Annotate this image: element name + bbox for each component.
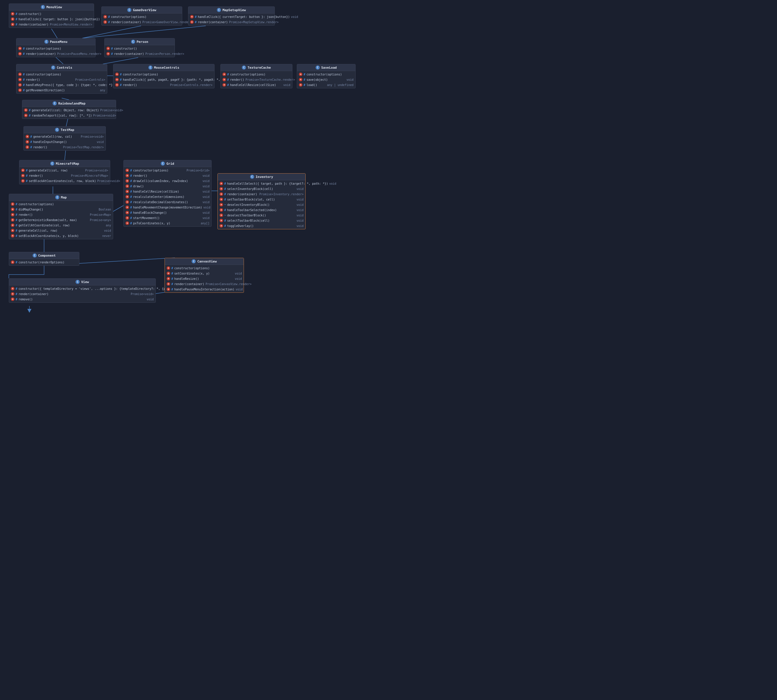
method-name: pxToCoordinates(x, y) [133,222,199,225]
svg-line-0 [52,29,57,38]
method-name: render(container) [26,52,56,55]
method-visibility: # [195,20,197,24]
method-row: m#save(object)void [297,77,355,82]
method-name: render(container) [111,20,141,24]
method-name: handleResize() [174,277,234,280]
class-name-menuview: MenuView [47,5,62,9]
method-return: Promise<void> [131,292,154,296]
class-name-minecraftmap: MinecraftMap [56,162,79,166]
method-name: render() [18,213,89,217]
method-visibility: # [15,292,17,296]
class-body-canvasview: m#constructor(options)m#setCoordinates(x… [165,265,244,292]
method-icon: m [18,47,22,50]
method-row: m#generateCell(col: Object, row: Object)… [22,107,116,113]
class-person: CPersonm#constructor()m#render(container… [104,38,175,57]
method-visibility: # [23,89,25,92]
svg-line-2 [82,26,206,38]
method-name: constructor(options) [230,73,290,76]
method-row: m#load()any | undefined [297,82,355,88]
method-row: m#constructor(options) [165,265,244,271]
method-return: void [202,217,209,220]
method-row: m#render()Promise<TextureCache.render> [221,77,292,82]
method-icon: m [25,135,29,138]
method-visibility: # [224,219,226,222]
method-name: save(object) [306,78,345,81]
method-return: void [296,203,304,207]
method-row: m~deselectToolbarBlock()void [218,213,305,218]
class-mousecontrols: CMouseControlsm#constructor(options)m#ha… [113,64,214,88]
method-icon: m [125,168,129,172]
method-icon: m [190,20,194,24]
method-visibility: # [15,234,17,238]
method-visibility: # [15,218,17,222]
method-name: selectToolbarBlock(cell) [227,219,295,222]
method-visibility: ~ [224,214,226,217]
method-return: void [236,288,243,291]
class-icon-component: C [33,253,37,258]
class-body-mapsetupview: m#handleClick({ currentTarget: button }:… [188,13,274,25]
class-icon-grid: C [161,162,165,166]
method-icon: m [115,83,119,87]
class-body-controls: m#constructor(options)m#render()Promise<… [17,71,107,93]
method-name: render(container) [198,20,228,24]
method-visibility: # [15,298,17,301]
method-name: didMapChange() [18,208,98,211]
class-icon-view: C [75,280,80,284]
class-name-view: View [81,280,89,284]
class-mapsetupview: CMapSetupViewm#handleClick({ currentTarg… [188,7,275,25]
method-row: m#constructor(options) [17,46,95,51]
method-name: render(container) [18,292,130,296]
method-icon: m [25,140,29,143]
method-name: constructor(options) [26,73,105,76]
class-body-inventory: m#handleCellSelect({ target, path }: {ta… [218,180,305,229]
method-return: void [202,185,209,188]
method-visibility: # [111,47,113,50]
method-return: void [104,229,111,232]
method-icon: m [115,73,119,76]
method-name: handlePauseMenuInteraction(action) [174,288,234,291]
method-icon: m [125,184,129,188]
method-return: any [106,224,111,227]
class-name-pausemenu: PauseMenu [50,40,68,44]
method-return: void [283,83,290,87]
class-inventory: CInventorym#handleCellSelect({ target, p… [217,173,306,229]
svg-line-13 [113,205,124,212]
method-icon: m [219,187,223,190]
method-return: void [291,15,298,18]
method-icon: m [106,52,110,55]
method-icon: m [11,234,14,238]
class-body-texturecache: m#constructor(options)m#render()Promise<… [221,71,292,88]
method-row: m#randomTeleport([col, row]: [*, *])Prom… [22,113,116,118]
method-icon: m [125,179,129,183]
svg-line-4 [103,58,138,64]
method-visibility: # [26,174,28,177]
method-row: m#generateCell(col, row)Promise<void> [19,168,110,173]
method-name: handleClick({ currentTarget: button }: j… [198,15,290,18]
method-return: Promise<PauseMenu.render> [57,52,101,55]
method-visibility: # [23,47,25,50]
class-testmap: CTestMapm#generateCell(row, col)Promise<… [23,126,106,151]
method-name: handleKeyPress({ type, code }: {type: *,… [26,83,114,87]
method-visibility: # [26,179,28,183]
method-row: m#remove()void [9,297,155,302]
method-icon: m [167,266,170,270]
method-name: handleInputChange() [33,140,95,143]
method-row: m#render(container)Promise<GameOverView.… [102,19,182,25]
method-name: getMovementDirection() [26,89,99,92]
method-return: Promise<void> [81,135,104,138]
method-return: void [296,224,304,228]
method-name: handleCellResize(cellSize) [230,83,282,87]
method-visibility: # [224,198,226,201]
class-name-grid: Grid [166,162,174,166]
method-visibility: # [29,108,30,112]
class-menuview: CMenuViewm#constructor()m#handleClick({ … [9,3,94,28]
method-icon: m [167,277,170,280]
method-visibility: # [23,83,25,87]
method-name: constructor(options) [123,73,212,76]
method-visibility: # [224,193,226,196]
class-header-controls: CControls [17,64,107,71]
method-row: m#render(container)Promise<PauseMenu.ren… [17,51,95,57]
class-body-rainbowlandmap: m#generateCell(col: Object, row: Object)… [22,107,116,118]
method-visibility: # [227,73,229,76]
method-return: Promise<Map> [90,213,111,217]
